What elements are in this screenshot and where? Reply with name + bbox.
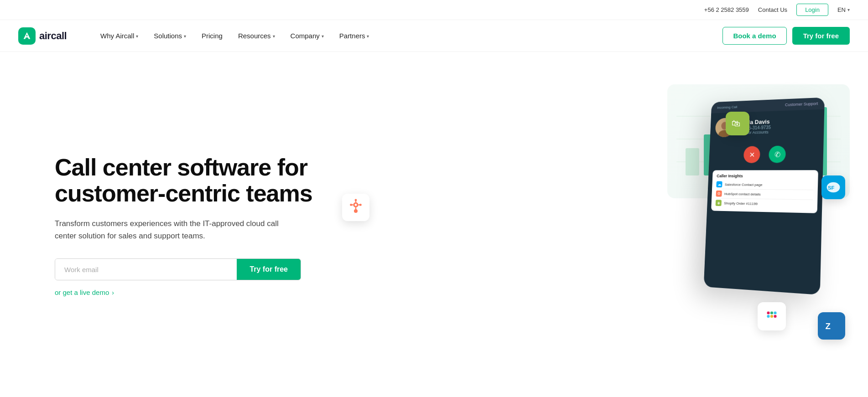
logo[interactable]: aircall — [18, 27, 67, 45]
hubspot-icon: ⚙ — [716, 190, 722, 196]
salesforce-float-icon: SF — [821, 175, 845, 199]
phone-actions: ✕ ✆ — [709, 140, 824, 168]
language-selector[interactable]: EN ▾ — [837, 6, 850, 13]
svg-rect-31 — [774, 311, 777, 314]
nav-label-pricing: Pricing — [202, 32, 223, 40]
svg-rect-28 — [767, 315, 770, 318]
lang-label: EN — [837, 6, 846, 13]
svg-text:🛍: 🛍 — [732, 119, 740, 128]
nav-item-pricing[interactable]: Pricing — [195, 28, 229, 43]
hero-try-free-button[interactable]: Try for free — [237, 259, 301, 280]
hero-signup-form: Try for free — [55, 258, 301, 280]
nav-item-resources[interactable]: Resources ▾ — [232, 28, 281, 43]
hero-subtitle: Transform customers experiences with the… — [55, 217, 283, 242]
main-navigation: aircall Why Aircall ▾ Solutions ▾ Pricin… — [0, 20, 868, 52]
svg-point-24 — [354, 209, 358, 213]
nav-label-why-aircall: Why Aircall — [100, 32, 134, 40]
svg-point-23 — [359, 204, 362, 206]
chevron-down-icon: ▾ — [136, 34, 138, 39]
hero-content: Call center software for customer-centri… — [55, 155, 319, 297]
contact-us-link[interactable]: Contact Us — [758, 6, 787, 13]
svg-rect-32 — [774, 315, 777, 318]
demo-link-text: or get a live demo — [55, 289, 109, 296]
hubspot-label: HubSpot contact details — [724, 191, 761, 196]
chevron-down-icon: ▾ — [322, 34, 324, 39]
svg-rect-30 — [770, 315, 773, 318]
shopify-float-icon: 🛍 — [726, 112, 749, 135]
salesforce-label: Salesforce Contact page — [725, 182, 763, 186]
hero-title: Call center software for customer-centri… — [55, 155, 319, 206]
shopify-label: Shopify Order #11199 — [724, 201, 758, 205]
logo-text: aircall — [39, 30, 67, 42]
nav-label-solutions: Solutions — [154, 32, 182, 40]
svg-rect-29 — [770, 311, 773, 314]
top-bar: +56 2 2582 3559 Contact Us Login EN ▾ — [0, 0, 868, 20]
phone-incoming-label: Incoming Call — [717, 104, 737, 109]
svg-point-16 — [355, 204, 357, 206]
caller-salesforce-item: ☁ Salesforce Contact page — [716, 180, 813, 190]
decline-call-button[interactable]: ✕ — [743, 146, 760, 163]
svg-text:Z: Z — [825, 321, 830, 330]
phone-number: +56 2 2582 3559 — [704, 6, 749, 13]
hubspot-float-icon — [342, 194, 369, 221]
nav-item-why-aircall[interactable]: Why Aircall ▾ — [94, 28, 145, 43]
nav-label-company: Company — [291, 32, 320, 40]
get-live-demo-link[interactable]: or get a live demo › — [55, 289, 319, 296]
caller-shopify-item: ◈ Shopify Order #11199 — [715, 198, 813, 209]
arrow-right-icon: › — [112, 289, 114, 296]
nav-label-partners: Partners — [339, 32, 365, 40]
book-demo-button[interactable]: Book a demo — [722, 27, 786, 45]
nav-cta: Book a demo Try for free — [722, 27, 850, 45]
phone-type-label: Customer Support — [785, 101, 818, 107]
email-input[interactable] — [55, 259, 237, 280]
caller-insights-card: Caller Insights ☁ Salesforce Contact pag… — [711, 170, 818, 213]
phone-mockup: Incoming Call Customer Support Olivia Da… — [704, 97, 825, 294]
hero-illustration: Incoming Call Customer Support Olivia Da… — [338, 84, 850, 367]
svg-point-21 — [355, 199, 357, 201]
svg-point-22 — [350, 204, 352, 206]
caller-hubspot-item: ⚙ HubSpot contact details — [716, 189, 813, 200]
nav-item-solutions[interactable]: Solutions ▾ — [147, 28, 192, 43]
chevron-down-icon: ▾ — [367, 34, 369, 39]
svg-text:SF: SF — [828, 185, 834, 190]
accept-call-button[interactable]: ✆ — [769, 145, 786, 163]
try-for-free-nav-button[interactable]: Try for free — [792, 27, 850, 45]
zendesk-float-icon: Z — [818, 312, 845, 340]
caller-insights-title: Caller Insights — [717, 174, 813, 178]
nav-links: Why Aircall ▾ Solutions ▾ Pricing Resour… — [94, 28, 722, 43]
svg-rect-3 — [686, 148, 699, 175]
slack-float-icon — [758, 302, 786, 330]
logo-icon — [18, 27, 36, 45]
login-button[interactable]: Login — [796, 4, 828, 16]
nav-label-resources: Resources — [238, 32, 271, 40]
shopify-icon: ◈ — [716, 200, 722, 206]
nav-item-partners[interactable]: Partners ▾ — [333, 28, 376, 43]
chevron-down-icon: ▾ — [273, 34, 275, 39]
chevron-down-icon: ▾ — [184, 34, 186, 39]
hero-section: Call center software for customer-centri… — [0, 52, 868, 397]
salesforce-icon: ☁ — [716, 181, 722, 187]
lang-chevron-icon: ▾ — [847, 7, 850, 12]
nav-item-company[interactable]: Company ▾ — [284, 28, 330, 43]
svg-rect-27 — [767, 311, 770, 314]
